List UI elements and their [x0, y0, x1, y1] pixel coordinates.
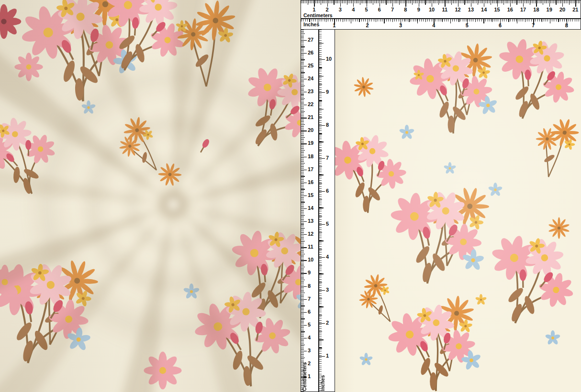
- quarter-inch-tick: [319, 315, 322, 316]
- cm-number: 8: [404, 7, 407, 12]
- cm-tick: [432, 0, 432, 7]
- half-cm-tick: [301, 241, 305, 241]
- fabric-fold-vignette: [0, 0, 301, 392]
- quarter-inch-tick: [319, 331, 322, 332]
- half-cm-tick: [301, 176, 305, 176]
- half-cm-tick: [301, 137, 305, 138]
- half-inch-tick: [318, 19, 318, 23]
- half-cm-tick: [301, 59, 305, 60]
- cm-number: 13: [468, 7, 474, 12]
- half-inch-tick: [319, 339, 324, 340]
- cm-tick: [301, 247, 307, 248]
- inch-number: 6: [499, 23, 502, 28]
- cm-number: 5: [308, 322, 311, 327]
- half-cm-tick: [530, 0, 530, 5]
- inch-number: 3: [326, 287, 329, 293]
- flower-bouquet-pink: [335, 127, 410, 216]
- cm-tick: [301, 53, 307, 54]
- cm-tick: [301, 105, 307, 105]
- flower-cluster-mixed: [0, 242, 105, 370]
- flower-daisy-pink: [144, 351, 181, 389]
- quarter-inch-tick: [319, 249, 322, 250]
- half-cm-tick: [301, 305, 305, 306]
- cm-number: 14: [481, 7, 487, 12]
- inch-number: 1: [326, 353, 329, 359]
- half-cm-tick: [301, 111, 305, 112]
- cm-tick: [380, 0, 380, 7]
- fabric-flat-shading: [335, 30, 581, 392]
- cm-number: 7: [308, 296, 311, 302]
- flower-flower-blue: [183, 283, 200, 299]
- half-cm-tick: [360, 0, 360, 5]
- cm-number: 6: [308, 309, 311, 315]
- cm-number: 3: [339, 7, 342, 12]
- cm-number: 19: [308, 141, 313, 146]
- cm-number: 17: [308, 167, 313, 172]
- half-inch-tick: [319, 306, 324, 307]
- cm-number: 5: [365, 7, 368, 12]
- flower-cluster-mixed: [382, 285, 491, 392]
- flower-bud: [198, 138, 211, 154]
- vertical-inches-label: Inches: [320, 360, 325, 391]
- flower-bouquet-pink: [87, 0, 201, 86]
- inch-tick: [319, 191, 325, 192]
- quarter-inch-tick: [319, 216, 322, 217]
- inch-tick: [319, 290, 325, 291]
- cm-tick: [301, 351, 307, 351]
- quarter-inch-tick: [492, 19, 492, 22]
- half-cm-tick: [412, 0, 413, 5]
- half-inch-tick: [319, 142, 324, 142]
- floral-print-right: [335, 30, 581, 392]
- half-cm-tick: [478, 0, 478, 5]
- flower-bouquet-pink: [0, 101, 70, 208]
- half-cm-tick: [301, 293, 305, 293]
- half-inch-tick: [319, 273, 324, 274]
- horizontal-ruler: Centimeters Inches 123456789101112131415…: [301, 0, 581, 30]
- cm-tick: [405, 0, 406, 7]
- horizontal-inches-label: Inches: [303, 22, 319, 27]
- cm-tick: [497, 0, 498, 7]
- flower-flower-blue: [488, 183, 503, 196]
- flower-sprig-orange: [525, 111, 581, 182]
- cm-tick: [484, 0, 484, 7]
- cm-number: 13: [308, 218, 313, 224]
- flower-daisy-orange: [155, 160, 185, 190]
- cm-number: 24: [308, 76, 313, 81]
- half-inch-tick: [417, 19, 418, 23]
- cm-tick: [301, 364, 307, 364]
- half-cm-tick: [464, 0, 465, 5]
- cm-number: 27: [308, 37, 313, 43]
- cm-tick: [301, 183, 307, 183]
- quarter-inch-tick: [319, 166, 322, 167]
- flower-cluster-mixed: [405, 33, 505, 139]
- cm-number: 23: [308, 89, 313, 94]
- half-cm-tick: [425, 0, 425, 5]
- inch-number: 1: [333, 23, 335, 28]
- quarter-inch-tick: [425, 19, 426, 22]
- flower-flower-yellow: [176, 20, 188, 32]
- quarter-inch-tick: [319, 183, 322, 184]
- cm-number: 10: [429, 7, 435, 12]
- flower-cluster-mixed: [386, 173, 495, 287]
- inch-number: 10: [326, 56, 332, 62]
- cm-tick: [301, 79, 307, 79]
- cm-tick: [314, 0, 314, 7]
- cm-number: 1: [308, 374, 311, 379]
- inch-number: 5: [326, 221, 329, 227]
- quarter-inch-tick: [319, 265, 322, 266]
- inch-tick: [319, 356, 325, 357]
- half-cm-tick: [301, 86, 305, 86]
- cm-number: 25: [308, 63, 313, 68]
- half-inch-tick: [351, 19, 351, 23]
- inch-number: 6: [326, 188, 329, 194]
- quarter-inch-tick: [409, 19, 409, 22]
- cm-tick: [301, 273, 307, 273]
- half-inch-tick: [483, 19, 484, 23]
- quarter-inch-tick: [442, 19, 443, 22]
- half-inch-tick: [319, 174, 324, 175]
- quarter-inch-tick: [319, 199, 322, 200]
- flower-bouquet-pink: [477, 221, 581, 335]
- cm-number: 1: [313, 7, 315, 12]
- cm-tick: [301, 286, 307, 287]
- half-cm-tick: [301, 98, 305, 99]
